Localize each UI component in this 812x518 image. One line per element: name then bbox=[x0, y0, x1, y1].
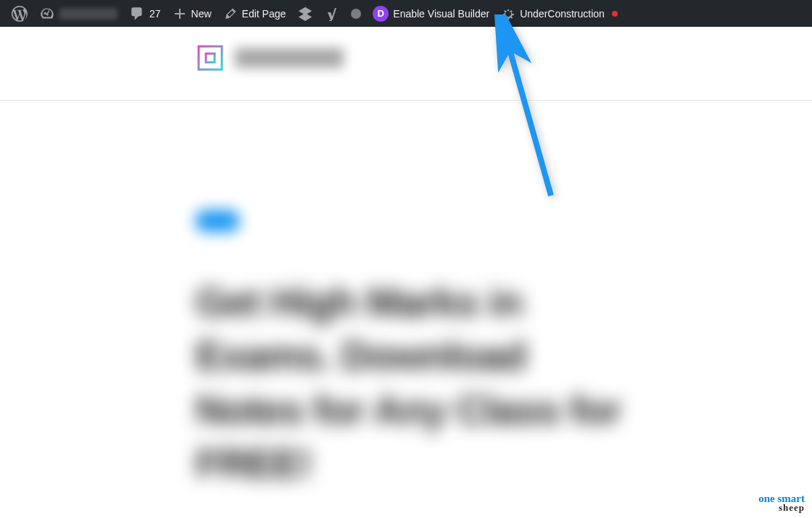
wp-admin-bar: 27 New Edit Page D Enable Visual Builder bbox=[0, 0, 812, 27]
new-content-menu[interactable]: New bbox=[167, 0, 218, 27]
divi-icon: D bbox=[373, 6, 389, 22]
site-name-menu[interactable] bbox=[33, 0, 123, 27]
under-construction-label: UnderConstruction bbox=[520, 8, 605, 20]
edit-page-menu[interactable]: Edit Page bbox=[218, 0, 292, 27]
gray-dot-icon bbox=[351, 9, 361, 19]
comments-icon bbox=[129, 6, 145, 22]
comments-menu[interactable]: 27 bbox=[123, 0, 167, 27]
new-label: New bbox=[191, 8, 212, 20]
wordpress-icon bbox=[12, 6, 28, 22]
watermark: one smart sheep bbox=[758, 494, 805, 512]
red-status-dot-icon bbox=[612, 11, 618, 17]
stackable-menu[interactable] bbox=[291, 0, 319, 27]
stackable-icon bbox=[297, 6, 313, 22]
pencil-icon bbox=[223, 7, 238, 21]
yoast-menu[interactable] bbox=[319, 0, 345, 27]
comment-count: 27 bbox=[149, 8, 161, 20]
site-header bbox=[196, 43, 344, 72]
svg-rect-1 bbox=[206, 54, 215, 62]
under-construction-menu[interactable]: UnderConstruction bbox=[495, 0, 624, 27]
header-divider bbox=[0, 100, 812, 101]
site-title-blurred bbox=[59, 8, 117, 20]
dashboard-icon bbox=[39, 6, 55, 22]
watermark-line2: sheep bbox=[758, 504, 805, 512]
page-heading-blurred: Get High Marks in Exams. Download Notes … bbox=[196, 275, 624, 490]
site-logo[interactable] bbox=[196, 43, 225, 72]
enable-visual-builder-label: Enable Visual Builder bbox=[393, 8, 489, 20]
gear-icon bbox=[501, 7, 515, 21]
site-title-blurred bbox=[235, 48, 344, 68]
svg-rect-0 bbox=[199, 46, 222, 70]
page-content: Get High Marks in Exams. Download Notes … bbox=[196, 210, 624, 490]
status-indicator[interactable] bbox=[345, 0, 367, 27]
annotation-arrow-icon bbox=[482, 14, 569, 203]
svg-line-3 bbox=[504, 29, 551, 196]
category-pill-blurred bbox=[196, 210, 239, 232]
wp-logo-menu[interactable] bbox=[6, 0, 33, 27]
yoast-icon bbox=[325, 7, 339, 21]
enable-visual-builder-menu[interactable]: D Enable Visual Builder bbox=[367, 0, 495, 27]
edit-page-label: Edit Page bbox=[242, 8, 286, 20]
plus-icon bbox=[173, 7, 187, 21]
